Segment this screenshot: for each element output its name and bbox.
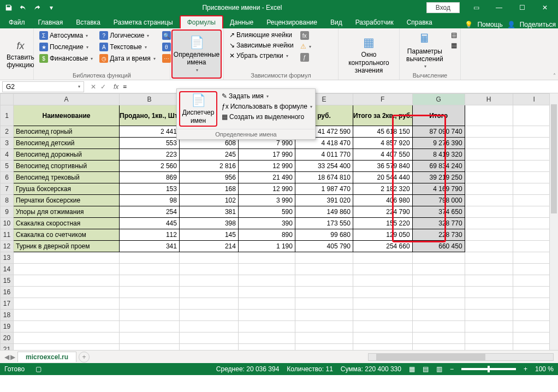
- cell[interactable]: [14, 252, 120, 264]
- cell[interactable]: [412, 287, 465, 298]
- cell[interactable]: 18 674 810: [295, 172, 353, 183]
- cell[interactable]: 4 011 770: [295, 149, 353, 161]
- zoom-level[interactable]: 100 %: [535, 365, 554, 373]
- tab-review[interactable]: Рецензирование: [260, 16, 324, 28]
- cell[interactable]: 8 419 320: [412, 149, 465, 161]
- cell[interactable]: [353, 252, 412, 264]
- logical-button[interactable]: ?Логические▾: [97, 30, 157, 41]
- cell[interactable]: [412, 344, 465, 351]
- cell[interactable]: [295, 344, 353, 351]
- cell[interactable]: 3 990: [238, 195, 295, 206]
- zoom-in-icon[interactable]: +: [524, 365, 527, 373]
- cell[interactable]: 869: [120, 172, 180, 183]
- cell[interactable]: 406 980: [353, 195, 412, 206]
- error-check-button[interactable]: ⚠▾: [298, 41, 313, 51]
- cell[interactable]: 145: [179, 229, 238, 241]
- scrollbar-thumb[interactable]: [551, 104, 557, 213]
- row-header[interactable]: 7: [1, 183, 14, 195]
- cell[interactable]: [465, 264, 513, 275]
- watch-window-button[interactable]: ▦ Окно контрольного значения: [342, 30, 396, 80]
- cell[interactable]: [120, 287, 180, 298]
- row-header[interactable]: 20: [1, 332, 14, 344]
- tab-formulas[interactable]: Формулы: [180, 15, 223, 28]
- row-header[interactable]: 9: [1, 206, 14, 218]
- row-header[interactable]: 13: [1, 252, 14, 264]
- tab-file[interactable]: Файл: [2, 16, 32, 28]
- cell[interactable]: [465, 161, 513, 172]
- cell[interactable]: [14, 321, 120, 332]
- cell[interactable]: 45 618 150: [353, 126, 412, 138]
- cell[interactable]: 398: [179, 218, 238, 229]
- view-pagelayout-icon[interactable]: ▤: [423, 365, 429, 373]
- cell[interactable]: [238, 310, 295, 321]
- tab-help[interactable]: Справка: [400, 16, 439, 28]
- insert-function-button[interactable]: fx Вставить функцию: [3, 30, 38, 80]
- cell[interactable]: [465, 195, 513, 206]
- cell[interactable]: 2 182 320: [353, 183, 412, 195]
- calc-options-button[interactable]: 🖩 Параметры вычислений ▾: [403, 30, 447, 71]
- cell[interactable]: 12 990: [238, 183, 295, 195]
- cell[interactable]: Перчатки боксерские: [14, 195, 120, 206]
- cell[interactable]: 4 407 550: [353, 149, 412, 161]
- cell[interactable]: [14, 275, 120, 287]
- cell[interactable]: 17 990: [238, 149, 295, 161]
- cell[interactable]: 20 544 440: [353, 172, 412, 183]
- cell[interactable]: Груша боксерская: [14, 183, 120, 195]
- zoom-slider[interactable]: [461, 368, 516, 370]
- save-icon[interactable]: [2, 2, 15, 14]
- cell[interactable]: 153: [120, 183, 180, 195]
- calc-sheet-button[interactable]: ▦: [449, 40, 459, 50]
- use-in-formula-button[interactable]: ƒxИспользовать в формуле▾: [219, 102, 314, 111]
- cell[interactable]: Велосипед горный: [14, 126, 120, 138]
- cell[interactable]: [120, 264, 180, 275]
- cell[interactable]: 149 860: [295, 206, 353, 218]
- cell[interactable]: [465, 229, 513, 241]
- cell[interactable]: [179, 344, 238, 351]
- cell[interactable]: 69 834 240: [412, 161, 465, 172]
- cell[interactable]: [465, 252, 513, 264]
- cell[interactable]: 390: [238, 218, 295, 229]
- cell[interactable]: [465, 344, 513, 351]
- cell[interactable]: [295, 332, 353, 344]
- text-button[interactable]: AТекстовые▾: [97, 41, 157, 52]
- cell[interactable]: [238, 287, 295, 298]
- cell[interactable]: [179, 287, 238, 298]
- cell[interactable]: [465, 310, 513, 321]
- cell[interactable]: 223: [120, 149, 180, 161]
- cell[interactable]: [465, 206, 513, 218]
- financial-button[interactable]: $Финансовые▾: [37, 53, 95, 64]
- remove-arrows-button[interactable]: ✕Убрать стрелки▾: [227, 51, 296, 61]
- tab-home[interactable]: Главная: [32, 16, 70, 28]
- sheet-nav-prev-icon[interactable]: ◀: [4, 353, 9, 361]
- cell[interactable]: [465, 172, 513, 183]
- help-link[interactable]: Помощь: [477, 21, 502, 28]
- create-from-selection-button[interactable]: ▦Создать из выделенного: [219, 112, 314, 122]
- cell[interactable]: [465, 218, 513, 229]
- col-header-B[interactable]: B: [120, 94, 180, 105]
- show-formulas-button[interactable]: fx: [298, 30, 313, 41]
- name-manager-button[interactable]: 📄 Диспетчер имен: [179, 91, 217, 127]
- cell[interactable]: 254 660: [353, 241, 412, 252]
- cell[interactable]: 341: [120, 241, 180, 252]
- autosum-button[interactable]: ΣАвтосумма▾: [37, 30, 95, 41]
- qat-dropdown-icon[interactable]: ▾: [45, 2, 58, 14]
- scrollbar-thumb[interactable]: [376, 354, 485, 360]
- cell[interactable]: 112: [120, 229, 180, 241]
- cell[interactable]: [238, 332, 295, 344]
- cell[interactable]: Итого за 2кв., руб.: [353, 105, 412, 126]
- row-header[interactable]: 12: [1, 241, 14, 252]
- cell[interactable]: 98: [120, 195, 180, 206]
- cell[interactable]: [120, 321, 180, 332]
- cell[interactable]: [295, 252, 353, 264]
- cell[interactable]: 328 770: [412, 218, 465, 229]
- defined-names-button[interactable]: 📄 Определенные имена ▾: [171, 29, 222, 79]
- cell[interactable]: Продано, 1кв., Шт.: [120, 105, 180, 126]
- cell[interactable]: Скакалка скоростная: [14, 218, 120, 229]
- name-box-dropdown-icon[interactable]: ▾: [78, 84, 80, 89]
- ribbon-options-icon[interactable]: ▭: [465, 0, 487, 15]
- cell[interactable]: [465, 275, 513, 287]
- cell[interactable]: 381: [179, 206, 238, 218]
- cell[interactable]: [14, 264, 120, 275]
- cell[interactable]: [179, 298, 238, 310]
- cell[interactable]: [465, 126, 513, 138]
